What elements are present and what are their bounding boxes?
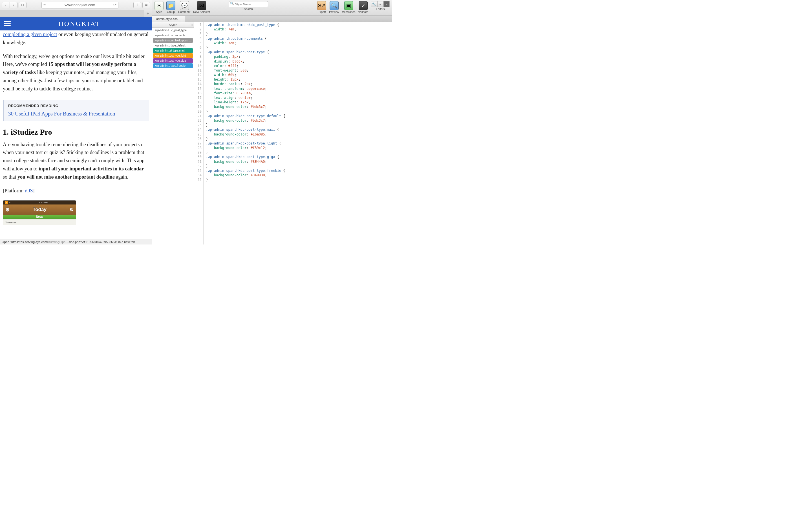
line-number: 13 [194, 77, 202, 82]
menu-icon[interactable] [4, 21, 11, 26]
article-paragraph: With technology, we've got options to ma… [3, 52, 149, 93]
code-line[interactable]: display: block; [206, 59, 392, 64]
bowtie-icon: ⋈ [197, 1, 206, 10]
code-line[interactable]: .wp-admin th.column-comments { [206, 36, 392, 41]
group-button[interactable]: 📁 Group [166, 1, 175, 13]
article-paragraph: [Platform: iOS] [3, 187, 149, 195]
line-number: 23 [194, 123, 202, 127]
recommended-reading-box: RECOMMENDED READING: 30 Useful IPad Apps… [3, 100, 149, 121]
code-line[interactable]: } [206, 164, 392, 168]
code-line[interactable]: line-height: 17px; [206, 100, 392, 105]
code-line[interactable]: background-color: #3498DB; [206, 173, 392, 177]
code-line[interactable]: background-color: #8E44AD; [206, 159, 392, 164]
code-line[interactable]: border-radius: 2px; [206, 82, 392, 86]
export-button[interactable]: S↗ Export [317, 1, 326, 13]
code-line[interactable]: font-size: 0.780em; [206, 91, 392, 96]
code-line[interactable]: .wp-admin span.hkdc-post-type.default { [206, 114, 392, 118]
code-line[interactable]: font-weight: 500; [206, 68, 392, 73]
code-line[interactable]: padding: 2px; [206, 54, 392, 59]
code-line[interactable]: .wp-admin span.hkdc-post-type.freebie { [206, 168, 392, 173]
code-line[interactable]: .wp-admin span.hkdc-post-type.giga { [206, 155, 392, 159]
code-line[interactable]: text-align: center; [206, 96, 392, 100]
style-list-item[interactable]: .wp-admin t...c_post_type [153, 28, 193, 33]
signal-icon: 📶 ᯤ [5, 201, 11, 204]
code-line[interactable]: background-color: #bdc3c7; [206, 105, 392, 109]
line-number: 8 [194, 54, 202, 59]
style-list-item[interactable]: .wp-admin...-type.default [153, 43, 193, 48]
code-line[interactable]: .wp-admin span.hkdc-post-type.maxi { [206, 127, 392, 132]
code-editor[interactable]: 1234567891011121314151617181920212223242… [194, 22, 392, 244]
line-number: 34 [194, 173, 202, 177]
reload-icon[interactable]: ⟳ [113, 3, 116, 7]
export-icon: S↗ [317, 1, 326, 10]
style-list-item[interactable]: .wp-admin...-type.freebie [153, 63, 193, 68]
platform-link[interactable]: iOS [25, 188, 33, 193]
browser-status-bar: Open "https://bs.serving-sys.com/Burstin… [0, 239, 152, 244]
section-heading: 1. iStudiez Pro [3, 128, 149, 136]
styles-list: .wp-admin t...c_post_type.wp-admin t...-… [152, 27, 194, 68]
code-line[interactable]: width: 7em; [206, 27, 392, 32]
forward-button[interactable]: › [10, 2, 17, 8]
code-line[interactable]: } [206, 136, 392, 141]
article-body[interactable]: completing a given project or even keepi… [0, 31, 152, 244]
preview-button[interactable]: 🔍 Preview [329, 1, 339, 13]
code-line[interactable]: background-color: #bdc3c7; [206, 118, 392, 123]
istudiez-statusbar: 📶 ᯤ 12:32 PM [3, 201, 76, 205]
line-number: 28 [194, 146, 202, 150]
reader-icon[interactable]: ≡ [43, 3, 46, 7]
new-selector-button[interactable]: ⋈ New Selector [193, 1, 210, 13]
code-line[interactable]: color: #fff; [206, 64, 392, 68]
sidebar-toggle-button[interactable]: ☐ [18, 2, 27, 8]
address-bar[interactable]: ≡ www.hongkiat.com ⟳ [42, 2, 119, 8]
code-line[interactable]: } [206, 45, 392, 50]
code-line[interactable]: .wp-admin th.column-hkdc_post_type { [206, 22, 392, 27]
search-input[interactable] [229, 1, 268, 7]
code-line[interactable]: .wp-admin span.hkdc-post-type.light { [206, 141, 392, 146]
editors-button[interactable]: 🔧≡≡ Editors [371, 1, 390, 11]
share-button[interactable]: ⇧ [133, 2, 141, 8]
code-line[interactable]: } [206, 177, 392, 182]
line-number: 25 [194, 132, 202, 136]
code-line[interactable]: text-transform: uppercase; [206, 87, 392, 91]
line-number: 17 [194, 96, 202, 100]
style-list-item[interactable]: .wp-admin...st-type.maxi [153, 48, 193, 53]
styles-sidebar: Styles .wp-admin t...c_post_type.wp-admi… [152, 22, 194, 244]
line-number: 1 [194, 22, 202, 27]
comment-button[interactable]: 💬 Comment [178, 1, 190, 13]
safari-tab-bar: + [0, 10, 152, 17]
milestones-button[interactable]: ▣ Milestones [342, 1, 356, 13]
tabs-button[interactable]: ⧉ [142, 2, 150, 8]
article-link[interactable]: completing a given project [3, 32, 57, 37]
style-list-item[interactable]: .wp-admin...ost-type.light [153, 53, 193, 58]
line-number: 35 [194, 177, 202, 182]
code-line[interactable]: width: 60%; [206, 73, 392, 77]
hongkiat-logo[interactable]: HONGKIAT [11, 20, 148, 27]
code-line[interactable]: } [206, 123, 392, 127]
line-number: 31 [194, 159, 202, 164]
style-list-item[interactable]: .wp-admin t...-comments [153, 33, 193, 38]
style-button[interactable]: S Style [154, 1, 163, 13]
code-content[interactable]: .wp-admin th.column-hkdc_post_type { wid… [204, 22, 392, 244]
new-tab-button[interactable]: + [144, 10, 152, 17]
code-line[interactable]: } [206, 109, 392, 114]
validate-button[interactable]: ✓ Validate [358, 1, 368, 13]
code-line[interactable]: .wp-admin span.hkdc-post-type { [206, 50, 392, 54]
istudiez-title: Today [33, 207, 47, 212]
code-line[interactable]: background-color: #f39c12; [206, 146, 392, 150]
code-line[interactable]: } [206, 150, 392, 155]
code-line[interactable]: } [206, 32, 392, 36]
editor-main: Styles .wp-admin t...c_post_type.wp-admi… [152, 22, 392, 244]
code-line[interactable]: background-color: #16a085; [206, 132, 392, 136]
recommended-link[interactable]: 30 Useful IPad Apps For Business & Prese… [8, 111, 115, 117]
line-number: 19 [194, 105, 202, 109]
styles-header: Styles [152, 22, 194, 27]
validate-icon: ✓ [359, 1, 368, 10]
style-list-item[interactable]: .wp-admin span.hkdc-post-type [153, 38, 193, 43]
line-number: 4 [194, 36, 202, 41]
line-number: 32 [194, 164, 202, 168]
back-button[interactable]: ‹ [2, 2, 10, 8]
code-line[interactable]: width: 7em; [206, 41, 392, 45]
style-list-item[interactable]: .wp-admin...ost-type.giga [153, 58, 193, 63]
code-line[interactable]: height: 15px; [206, 77, 392, 82]
file-tab[interactable]: admin-style.css [152, 16, 185, 22]
